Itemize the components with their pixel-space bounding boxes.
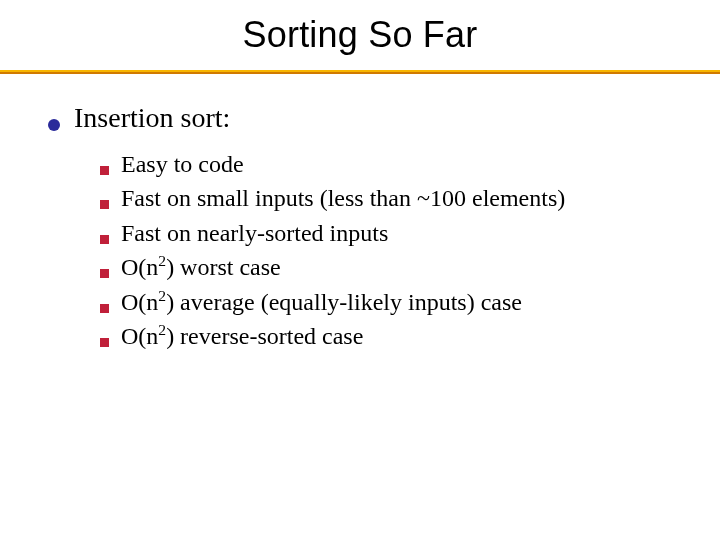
bullet-level2-text: O(n2) worst case — [121, 251, 281, 283]
slide: Sorting So Far Insertion sort: Easy to c… — [0, 0, 720, 540]
bullet-level2-group: Easy to code Fast on small inputs (less … — [48, 148, 680, 352]
bullet-level2-text: Fast on small inputs (less than ~100 ele… — [121, 182, 565, 214]
text-sup: 2 — [158, 321, 166, 338]
bullet-level2-text: Easy to code — [121, 148, 244, 180]
bullet-level2-text: Fast on nearly-sorted inputs — [121, 217, 388, 249]
bullet-level2: Easy to code — [100, 148, 680, 180]
bullet-level1: Insertion sort: — [48, 102, 680, 134]
bullet-level2: Fast on small inputs (less than ~100 ele… — [100, 182, 680, 214]
text-sup: 2 — [158, 287, 166, 304]
text-pre: O(n — [121, 323, 158, 349]
square-bullet-icon — [100, 269, 109, 278]
bullet-level2: O(n2) reverse-sorted case — [100, 320, 680, 352]
square-bullet-icon — [100, 200, 109, 209]
bullet-level1-text: Insertion sort: — [74, 102, 230, 134]
bullet-level2-text: O(n2) reverse-sorted case — [121, 320, 363, 352]
slide-body: Insertion sort: Easy to code Fast on sma… — [0, 74, 720, 352]
text-post: ) average (equally-likely inputs) case — [166, 289, 522, 315]
circle-bullet-icon — [48, 119, 60, 131]
square-bullet-icon — [100, 166, 109, 175]
text-post: ) worst case — [166, 254, 281, 280]
square-bullet-icon — [100, 304, 109, 313]
text-post: ) reverse-sorted case — [166, 323, 363, 349]
bullet-level2: O(n2) worst case — [100, 251, 680, 283]
bullet-level2-text: O(n2) average (equally-likely inputs) ca… — [121, 286, 522, 318]
text-sup: 2 — [158, 252, 166, 269]
slide-title: Sorting So Far — [0, 0, 720, 66]
text-pre: O(n — [121, 289, 158, 315]
square-bullet-icon — [100, 235, 109, 244]
text-pre: O(n — [121, 254, 158, 280]
square-bullet-icon — [100, 338, 109, 347]
bullet-level2: O(n2) average (equally-likely inputs) ca… — [100, 286, 680, 318]
bullet-level2: Fast on nearly-sorted inputs — [100, 217, 680, 249]
